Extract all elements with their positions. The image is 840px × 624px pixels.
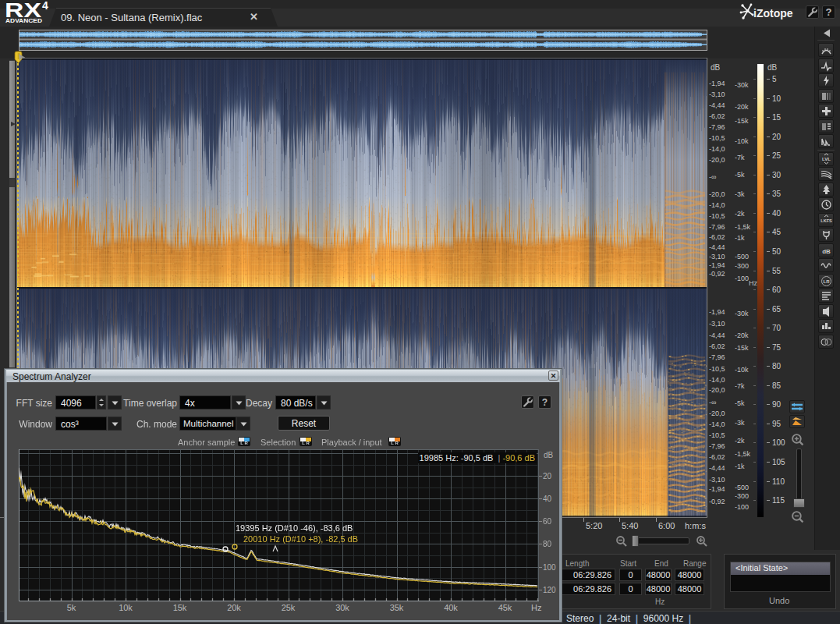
svg-text:iZotope: iZotope [753,7,793,20]
svg-text:LVL: LVL [822,157,831,161]
svg-text:dB: dB [822,247,831,254]
svg-text:ADVANCED: ADVANCED [5,17,43,24]
svg-text:LR: LR [824,279,831,284]
svg-text:LKFS: LKFS [821,218,832,223]
svg-text:4: 4 [42,0,48,12]
